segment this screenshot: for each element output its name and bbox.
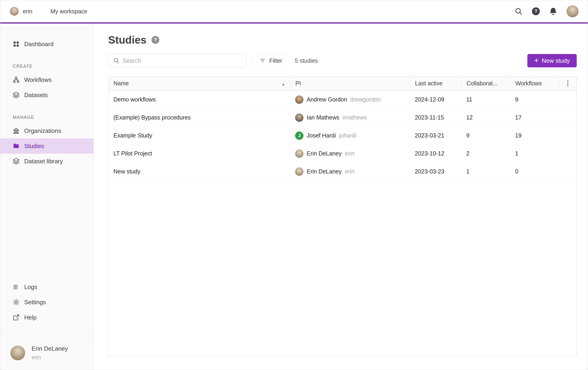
pi-avatar <box>295 95 304 104</box>
study-name[interactable]: LT Pilot Project <box>108 150 290 157</box>
sidebar-section-create: CREATE <box>0 64 93 69</box>
sidebar-item-dataset-library[interactable]: Dataset library <box>0 154 93 169</box>
sort-ascending-icon[interactable] <box>282 80 285 87</box>
main-content: Studies <box>94 23 588 370</box>
collaborators-count: 11 <box>461 96 510 103</box>
sidebar-spacer <box>0 169 93 279</box>
pi-name: Josef Hardi <box>307 132 336 139</box>
table-row[interactable]: LT Pilot Project Erin DeLaney erin 2023-… <box>108 145 577 163</box>
table-empty-area <box>108 181 577 356</box>
user-avatar <box>10 346 25 360</box>
pi-name: Ian Mathews <box>307 114 339 121</box>
filter-button[interactable]: Filter <box>253 54 289 67</box>
workspace-name[interactable]: My workspace <box>51 8 87 15</box>
layers-icon <box>13 92 20 98</box>
pi-avatar <box>295 168 304 176</box>
table-header: Name PI Last active Collaborat... Workfl… <box>108 76 577 91</box>
pi-avatar: J <box>295 131 304 140</box>
pi-username: imathews <box>343 114 367 121</box>
sidebar-item-workflows[interactable]: Workflows <box>0 72 93 87</box>
pi-name: Erin DeLaney <box>307 168 342 175</box>
collaborators-count: 2 <box>461 150 510 157</box>
workflows-count: 0 <box>510 168 559 175</box>
collaborators-count: 9 <box>461 132 510 139</box>
sidebar-item-label: Studies <box>24 143 44 150</box>
studies-toolbar: Filter 5 studies New study <box>108 54 577 67</box>
layers-icon <box>13 158 20 165</box>
sidebar-item-label: Dataset library <box>24 158 63 165</box>
study-name[interactable]: New study <box>108 168 290 175</box>
pi-username: erin <box>345 168 354 175</box>
column-options-cell <box>559 76 577 90</box>
sidebar-item-label: Dashboard <box>24 41 53 48</box>
column-header-name[interactable]: Name <box>108 76 290 90</box>
study-name[interactable]: Example Study <box>108 132 290 139</box>
user-full-name: Erin DeLaney <box>32 345 68 352</box>
sidebar-item-datasets[interactable]: Datasets <box>0 87 93 103</box>
logs-icon <box>13 284 20 290</box>
workspace-owner-avatar[interactable] <box>10 7 19 16</box>
gear-icon <box>13 299 20 306</box>
search-icon[interactable] <box>514 7 523 15</box>
app-window: erin My workspace <box>0 0 588 370</box>
sidebar-item-label: Workflows <box>24 76 52 84</box>
study-name[interactable]: Demo workflows <box>108 96 290 103</box>
pi-name: Andrew Gordon <box>307 96 347 103</box>
external-link-icon <box>13 314 20 321</box>
last-active: 2024-12-09 <box>410 96 461 103</box>
search-input[interactable] <box>123 57 242 64</box>
sidebar-item-studies[interactable]: Studies <box>0 138 93 154</box>
pi-avatar <box>295 149 304 158</box>
sidebar-item-label: Help <box>24 314 36 321</box>
column-header-pi[interactable]: PI <box>290 76 410 90</box>
workflows-count: 17 <box>510 114 559 121</box>
collaborators-count: 1 <box>461 168 510 175</box>
table-row[interactable]: New study Erin DeLaney erin 2023-03-23 1… <box>108 163 577 181</box>
sidebar-item-label: Logs <box>24 284 37 291</box>
column-header-last-active[interactable]: Last active <box>410 76 461 90</box>
pi-username: erin <box>345 150 354 157</box>
last-active: 2023-03-23 <box>410 168 461 175</box>
sidebar-item-logs[interactable]: Logs <box>0 279 93 295</box>
sidebar-item-dashboard[interactable]: Dashboard <box>0 36 93 52</box>
workspace-owner-name[interactable]: erin <box>23 8 32 15</box>
workflows-icon <box>13 76 20 83</box>
last-active: 2023-11-15 <box>410 114 461 121</box>
table-row[interactable]: (Example) Bypass procedures Ian Mathews … <box>108 109 577 127</box>
studies-table: Name PI Last active Collaborat... Workfl… <box>108 76 577 356</box>
sidebar-item-settings[interactable]: Settings <box>0 295 93 310</box>
sidebar: Dashboard CREATE Workflows <box>0 23 94 370</box>
search-icon <box>113 57 119 64</box>
user-avatar[interactable] <box>567 5 578 17</box>
column-header-collaborators[interactable]: Collaborat... <box>461 76 510 90</box>
workspace-switcher[interactable]: erin My workspace <box>10 7 87 16</box>
plus-icon <box>534 57 539 64</box>
sidebar-user-card[interactable]: Erin DeLaney erin <box>0 336 93 370</box>
pi-username: drewgordon <box>350 96 381 103</box>
collaborators-count: 12 <box>461 114 510 121</box>
new-study-button[interactable]: New study <box>527 54 577 67</box>
page-title: Studies <box>108 34 147 46</box>
table-row[interactable]: Example Study J Josef Hardi johardi 2023… <box>108 127 577 145</box>
topbar-actions <box>514 5 578 17</box>
column-header-workflows[interactable]: Workflows <box>510 76 559 90</box>
sidebar-section-manage: MANAGE <box>0 115 93 120</box>
workflows-count: 1 <box>510 150 559 157</box>
filter-label: Filter <box>269 57 282 64</box>
table-row[interactable]: Demo workflows Andrew Gordon drewgordon … <box>108 91 577 109</box>
last-active: 2023-03-21 <box>410 132 461 139</box>
pi-name: Erin DeLaney <box>307 150 342 157</box>
sidebar-item-organizations[interactable]: Organizations <box>0 123 93 138</box>
column-options-kebab-icon[interactable] <box>567 81 568 86</box>
help-icon[interactable] <box>532 7 540 15</box>
sidebar-item-help[interactable]: Help <box>0 310 93 325</box>
search-box[interactable] <box>108 54 246 67</box>
sidebar-footer: Logs Settings <box>0 279 93 325</box>
sidebar-item-label: Organizations <box>24 127 61 135</box>
top-bar: erin My workspace <box>0 0 588 23</box>
sidebar-item-label: Datasets <box>24 92 48 99</box>
study-name[interactable]: (Example) Bypass procedures <box>108 114 290 121</box>
studies-help-icon[interactable] <box>151 36 159 44</box>
notifications-bell-icon[interactable] <box>549 7 557 15</box>
studies-count: 5 studies <box>295 57 318 64</box>
